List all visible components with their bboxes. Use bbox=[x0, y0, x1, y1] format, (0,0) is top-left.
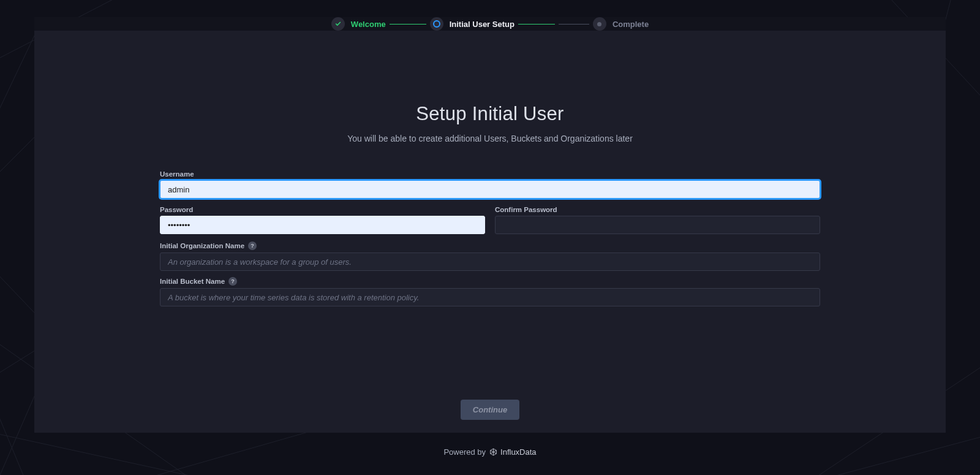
password-field-group: Password bbox=[160, 200, 485, 234]
setup-form: Username Password Confirm Password bbox=[160, 164, 820, 308]
step-label: Initial User Setup bbox=[450, 20, 514, 29]
confirm-password-label: Confirm Password bbox=[495, 206, 557, 213]
page-title: Setup Initial User bbox=[416, 103, 564, 125]
brand-name: InfluxData bbox=[500, 447, 537, 457]
powered-by-text: Powered by bbox=[443, 447, 486, 457]
page-subtitle: You will be able to create additional Us… bbox=[347, 134, 633, 143]
continue-button[interactable]: Continue bbox=[461, 400, 519, 420]
step-initial-user-setup: Initial User Setup bbox=[430, 17, 514, 31]
step-connector bbox=[518, 24, 555, 25]
bucket-field-group: Initial Bucket Name ? bbox=[160, 277, 820, 306]
password-input[interactable] bbox=[160, 216, 485, 234]
help-icon[interactable]: ? bbox=[228, 277, 237, 286]
button-bar: Continue bbox=[461, 400, 519, 436]
username-label: Username bbox=[160, 170, 194, 178]
org-label: Initial Organization Name bbox=[160, 242, 244, 249]
username-input[interactable] bbox=[160, 180, 820, 199]
step-connector bbox=[559, 24, 589, 25]
organization-name-input[interactable] bbox=[160, 253, 820, 271]
step-connector bbox=[390, 24, 426, 25]
bucket-label: Initial Bucket Name bbox=[160, 278, 225, 285]
step-label: Welcome bbox=[351, 20, 386, 29]
confirm-password-field-group: Confirm Password bbox=[495, 200, 820, 234]
influxdata-logo-icon bbox=[489, 448, 497, 456]
help-icon[interactable]: ? bbox=[248, 241, 257, 250]
step-welcome: Welcome bbox=[331, 17, 386, 31]
content-area: Setup Initial User You will be able to c… bbox=[34, 31, 946, 436]
step-label: Complete bbox=[612, 20, 649, 29]
footer: Powered by InfluxData bbox=[0, 447, 980, 457]
password-label: Password bbox=[160, 206, 193, 213]
svg-line-10 bbox=[0, 31, 37, 159]
future-step-icon bbox=[593, 17, 606, 31]
check-icon bbox=[331, 17, 345, 31]
org-field-group: Initial Organization Name ? bbox=[160, 241, 820, 271]
confirm-password-input[interactable] bbox=[495, 216, 820, 234]
setup-wizard-panel: Welcome Initial User Setup Complete Setu… bbox=[34, 17, 946, 433]
stepper-bar: Welcome Initial User Setup Complete bbox=[34, 17, 946, 31]
bucket-name-input[interactable] bbox=[160, 288, 820, 306]
brand-link[interactable]: InfluxData bbox=[489, 447, 537, 457]
username-field-group: Username bbox=[160, 170, 820, 199]
current-step-icon bbox=[430, 17, 443, 31]
step-complete: Complete bbox=[593, 17, 649, 31]
